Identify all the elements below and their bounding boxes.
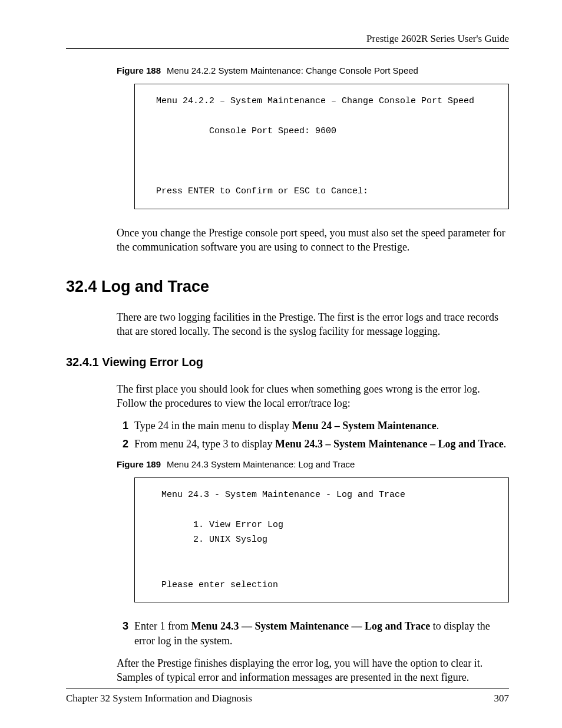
figure-189-caption-text: Menu 24.3 System Maintenance: Log and Tr… — [167, 459, 355, 469]
figure-188-caption: Figure 188Menu 24.2.2 System Maintenance… — [117, 65, 509, 75]
list-item: 1 Type 24 in the main menu to display Me… — [123, 419, 509, 433]
list-item: 2 From menu 24, type 3 to display Menu 2… — [123, 437, 509, 451]
step-marker: 1 — [123, 419, 128, 433]
paragraph-console-speed-note: Once you change the Prestige console por… — [117, 226, 509, 255]
step-marker: 2 — [123, 437, 128, 451]
figure-188-console: Menu 24.2.2 – System Maintenance – Chang… — [134, 84, 509, 209]
section-heading-log-and-trace: 32.4 Log and Trace — [66, 278, 509, 296]
figure-189-label: Figure 189 — [117, 459, 161, 469]
paragraph-after-display: After the Prestige finishes displaying t… — [117, 656, 509, 685]
figure-189-console: Menu 24.3 - System Maintenance - Log and… — [134, 477, 509, 603]
step-marker: 3 — [123, 619, 128, 633]
figure-189-caption: Figure 189Menu 24.3 System Maintenance: … — [117, 459, 509, 469]
step-text-bold: Menu 24.3 – System Maintenance – Log and… — [275, 438, 504, 450]
paragraph-error-log-intro: The first place you should look for clue… — [117, 382, 509, 411]
step-text-bold: Menu 24.3 — System Maintenance — Log and… — [191, 620, 430, 632]
subsection-heading-viewing-error-log: 32.4.1 Viewing Error Log — [66, 355, 509, 369]
paragraph-log-facilities: There are two logging facilities in the … — [117, 310, 509, 339]
list-item: 3 Enter 1 from Menu 24.3 — System Mainte… — [123, 619, 509, 648]
footer-rule — [66, 689, 509, 689]
step-text-pre: Type 24 in the main menu to display — [134, 420, 292, 431]
step-text-bold: Menu 24 – System Maintenance — [292, 420, 437, 431]
step-text-pre: From menu 24, type 3 to display — [134, 438, 275, 450]
page-footer: Chapter 32 System Information and Diagno… — [66, 689, 509, 704]
figure-188-label: Figure 188 — [117, 65, 161, 75]
step-text-post: . — [437, 420, 439, 431]
procedure-steps-1-2: 1 Type 24 in the main menu to display Me… — [117, 419, 509, 451]
step-text-post: . — [504, 438, 507, 450]
step-text-pre: Enter 1 from — [134, 620, 191, 632]
figure-188-caption-text: Menu 24.2.2 System Maintenance: Change C… — [167, 65, 418, 75]
footer-chapter: Chapter 32 System Information and Diagno… — [66, 693, 252, 704]
footer-page-number: 307 — [494, 693, 510, 704]
running-header: Prestige 2602R Series User's Guide — [66, 33, 509, 45]
header-rule — [66, 48, 509, 49]
procedure-step-3: 3 Enter 1 from Menu 24.3 — System Mainte… — [117, 619, 509, 648]
